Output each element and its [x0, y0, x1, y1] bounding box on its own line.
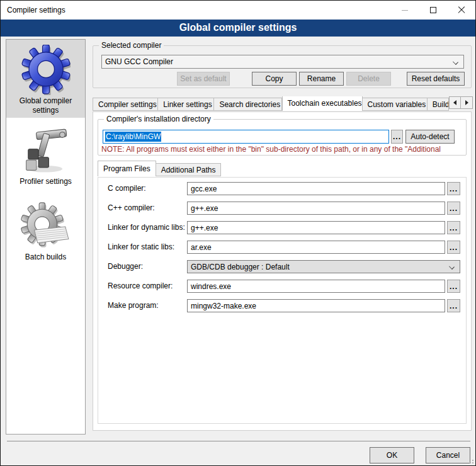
cpp-compiler-browse-button[interactable]: ...	[447, 202, 460, 215]
close-icon	[458, 6, 465, 14]
arrow-left-icon	[453, 100, 456, 105]
debugger-label: Debugger:	[108, 260, 143, 273]
resize-grip-icon[interactable]	[467, 457, 473, 463]
footer-divider	[7, 441, 470, 441]
blue-gear-icon	[6, 45, 85, 95]
installation-directory-input[interactable]: C:\raylib\MinGW	[103, 130, 389, 144]
settings-sidebar: Global compiler settings	[6, 39, 86, 435]
copy-button[interactable]: Copy	[252, 72, 297, 86]
chevron-down-icon	[449, 264, 455, 270]
window-title: Compiler settings	[7, 6, 65, 14]
sidebar-item-global-compiler-settings[interactable]: Global compiler settings	[6, 40, 85, 118]
installation-directory-group-label: Compiler's installation directory	[104, 115, 213, 123]
tab-additional-paths[interactable]: Additional Paths	[156, 163, 222, 176]
installation-directory-browse-button[interactable]: ...	[391, 130, 403, 144]
tab-custom-variables[interactable]: Custom variables	[363, 98, 428, 111]
compiler-select-value: GNU GCC Compiler	[105, 57, 173, 66]
c-compiler-label: C compiler:	[108, 182, 146, 195]
selected-compiler-group-label: Selected compiler	[99, 41, 164, 50]
page-title: Global compiler settings	[1, 20, 475, 37]
resource-compiler-label: Resource compiler:	[108, 280, 173, 293]
dynamic-linker-value: g++.exe	[191, 224, 218, 232]
ok-button[interactable]: OK	[370, 447, 414, 463]
dynamic-linker-label: Linker for dynamic libs:	[108, 221, 185, 234]
installation-directory-value: C:\raylib\MinGW	[105, 132, 161, 142]
tab-scroll-right-button[interactable]	[461, 96, 473, 109]
resource-compiler-browse-button[interactable]: ...	[447, 280, 460, 293]
gray-gear-stack-icon	[6, 201, 85, 251]
tab-scroll-arrows	[449, 96, 473, 109]
title-bar[interactable]: Compiler settings	[1, 1, 475, 20]
cpp-compiler-input[interactable]: g++.exe	[187, 202, 445, 215]
static-linker-label: Linker for static libs:	[108, 241, 174, 254]
set-as-default-button: Set as default	[177, 72, 230, 86]
debugger-select[interactable]: GDB/CDB debugger : Default	[187, 260, 460, 273]
reset-defaults-button[interactable]: Reset defaults	[407, 72, 465, 86]
debugger-value: GDB/CDB debugger : Default	[191, 263, 290, 271]
tab-compiler-settings[interactable]: Compiler settings	[93, 98, 158, 111]
sidebar-item-label: Profiler settings	[6, 176, 85, 191]
chevron-down-icon	[453, 59, 458, 65]
c-compiler-browse-button[interactable]: ...	[447, 182, 460, 195]
cpp-compiler-label: C++ compiler:	[108, 202, 155, 215]
sidebar-item-label: Global compiler settings	[6, 95, 85, 120]
rename-button[interactable]: Rename	[299, 72, 344, 86]
settings-tabs: Compiler settings Linker settings Search…	[93, 96, 449, 111]
cancel-button[interactable]: Cancel	[426, 447, 470, 463]
c-compiler-value: gcc.exe	[191, 185, 217, 193]
maximize-icon	[430, 7, 436, 13]
caliper-icon	[6, 127, 85, 176]
caption-buttons	[390, 1, 475, 20]
installation-note: NOTE: All programs must exist either in …	[101, 145, 467, 154]
make-program-label: Make program:	[108, 299, 159, 312]
tab-search-directories[interactable]: Search directories	[214, 98, 281, 111]
minimize-icon	[402, 10, 408, 11]
static-linker-value: ar.exe	[191, 243, 212, 252]
dynamic-linker-input[interactable]: g++.exe	[187, 221, 445, 234]
sidebar-item-profiler-settings[interactable]: Profiler settings	[6, 122, 85, 190]
delete-button: Delete	[346, 72, 391, 86]
cpp-compiler-value: g++.exe	[191, 204, 218, 213]
tab-build-options[interactable]: Build options	[428, 98, 449, 111]
minimize-button	[390, 1, 419, 20]
make-program-browse-button[interactable]: ...	[447, 299, 460, 312]
make-program-input[interactable]: mingw32-make.exe	[187, 299, 445, 312]
make-program-value: mingw32-make.exe	[191, 302, 256, 310]
tab-linker-settings[interactable]: Linker settings	[158, 98, 214, 111]
static-linker-input[interactable]: ar.exe	[187, 241, 445, 254]
resource-compiler-value: windres.exe	[191, 282, 231, 291]
program-files-tabs: Program Files Additional Paths	[98, 162, 221, 176]
close-button[interactable]	[447, 1, 475, 20]
tab-toolchain-executables[interactable]: Toolchain executables	[282, 96, 363, 111]
tab-scroll-left-button[interactable]	[449, 96, 461, 109]
c-compiler-input[interactable]: gcc.exe	[187, 182, 445, 195]
compiler-select[interactable]: GNU GCC Compiler	[101, 55, 464, 69]
sidebar-item-batch-builds[interactable]: Batch builds	[6, 196, 85, 269]
compiler-settings-dialog: Compiler settings Global compiler settin…	[0, 0, 476, 466]
dynamic-linker-browse-button[interactable]: ...	[447, 221, 460, 234]
auto-detect-button[interactable]: Auto-detect	[405, 130, 455, 144]
resource-compiler-input[interactable]: windres.exe	[187, 280, 445, 293]
sidebar-item-label: Batch builds	[6, 251, 85, 267]
maximize-button[interactable]	[419, 1, 447, 20]
arrow-right-icon	[465, 100, 468, 105]
tab-program-files[interactable]: Program Files	[98, 161, 156, 176]
static-linker-browse-button[interactable]: ...	[447, 241, 460, 254]
